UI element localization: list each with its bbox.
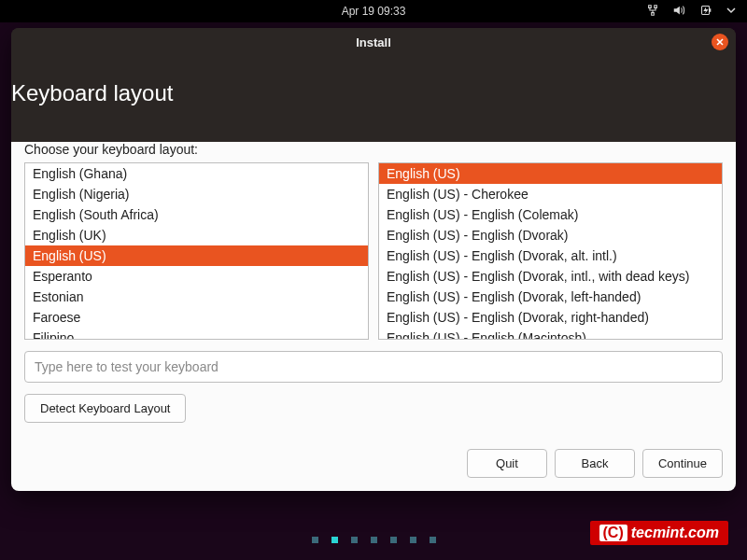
back-button[interactable]: Back	[555, 449, 635, 478]
variant-row[interactable]: English (US) - English (Colemak)	[379, 204, 722, 225]
variant-row[interactable]: English (US) - English (Dvorak, alt. int…	[379, 245, 722, 266]
close-icon	[715, 37, 725, 47]
variant-listbox[interactable]: English (US)English (US) - CherokeeEngli…	[378, 162, 723, 340]
keyboard-lists: English (Ghana)English (Nigeria)English …	[24, 162, 723, 340]
progress-dot	[430, 537, 436, 543]
layout-row[interactable]: Estonian	[25, 287, 368, 307]
progress-dot	[371, 537, 377, 543]
progress-dot	[410, 537, 416, 543]
progress-dot	[390, 537, 397, 543]
titlebar: Install	[11, 28, 736, 56]
layout-row[interactable]: English (Nigeria)	[25, 184, 368, 204]
watermark-text: tecmint.com	[631, 525, 719, 541]
progress-dot	[331, 537, 338, 543]
window-title: Install	[356, 35, 391, 49]
volume-icon[interactable]	[672, 4, 685, 20]
layout-row[interactable]: Filipino	[25, 328, 368, 340]
layout-row[interactable]: English (Ghana)	[25, 163, 368, 184]
layout-row[interactable]: English (South Africa)	[25, 204, 368, 225]
progress-dot	[351, 537, 358, 543]
chevron-down-icon[interactable]	[726, 5, 736, 18]
nav-row: Quit Back Continue	[24, 449, 723, 478]
variant-row[interactable]: English (US) - English (Dvorak, intl., w…	[379, 266, 722, 287]
continue-button[interactable]: Continue	[642, 449, 723, 478]
watermark-badge: (C)	[599, 525, 627, 541]
variant-row[interactable]: English (US)	[379, 163, 722, 184]
system-tray	[646, 0, 736, 22]
network-icon[interactable]	[646, 4, 659, 20]
layout-listbox[interactable]: English (Ghana)English (Nigeria)English …	[24, 162, 369, 340]
content-area: Choose your keyboard layout: English (Gh…	[11, 142, 736, 491]
close-button[interactable]	[712, 34, 728, 50]
svg-rect-1	[710, 8, 712, 12]
system-menubar: Apr 19 09:33	[0, 0, 747, 22]
variant-row[interactable]: English (US) - English (Dvorak, right-ha…	[379, 307, 722, 328]
variant-row[interactable]: English (US) - English (Dvorak, left-han…	[379, 287, 722, 307]
detect-keyboard-button[interactable]: Detect Keyboard Layout	[24, 394, 186, 423]
variant-row[interactable]: English (US) - English (Macintosh)	[379, 328, 722, 340]
layout-row[interactable]: Faroese	[25, 307, 368, 328]
install-window: Install Keyboard layout Choose your keyb…	[11, 28, 736, 491]
watermark: (C) tecmint.com	[590, 521, 728, 545]
progress-dot	[312, 537, 318, 543]
variant-row[interactable]: English (US) - Cherokee	[379, 184, 722, 204]
clock: Apr 19 09:33	[342, 5, 406, 18]
layout-row[interactable]: English (US)	[25, 245, 368, 266]
layout-row[interactable]: English (UK)	[25, 225, 368, 245]
keyboard-test-input[interactable]	[24, 351, 723, 383]
page-title: Keyboard layout	[11, 80, 736, 106]
choose-label: Choose your keyboard layout:	[24, 142, 723, 157]
heading-area: Keyboard layout	[11, 56, 736, 129]
layout-row[interactable]: Esperanto	[25, 266, 368, 287]
battery-icon[interactable]	[698, 4, 713, 20]
quit-button[interactable]: Quit	[467, 449, 547, 478]
detect-row: Detect Keyboard Layout	[24, 394, 723, 423]
variant-row[interactable]: English (US) - English (Dvorak)	[379, 225, 722, 245]
